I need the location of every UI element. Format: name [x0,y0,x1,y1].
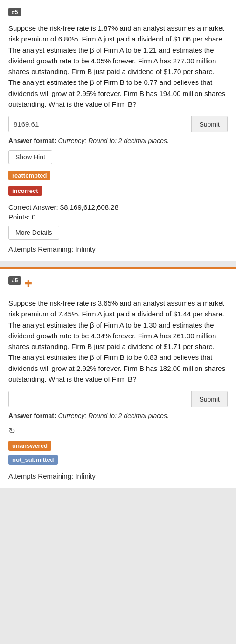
question-number-badge-2: #5 [8,276,21,285]
attempts-text-2: Attempts Remaining: Infinity [8,472,228,480]
submit-button-2[interactable]: Submit [191,391,227,407]
reattempted-badge: reattempted [8,171,50,180]
question-card-2: #5 ✚ Suppose the risk-free rate is 3.65%… [0,269,236,488]
answer-format-1: Answer format: Currency: Round to: 2 dec… [8,137,228,144]
question-text-1: Suppose the risk-free rate is 1.87% and … [8,23,228,110]
refresh-icon[interactable]: ↻ [8,426,228,436]
answer-row-2: Submit [8,391,228,407]
not-submitted-badge: not_submitted [8,455,58,465]
answer-input-2[interactable] [9,391,191,407]
answer-format-label-1: Answer format: [8,137,56,144]
question-text-2: Suppose the risk-free rate is 3.65% and … [8,298,228,384]
attempts-text-1: Attempts Remaining: Infinity [8,245,228,253]
answer-format-label-2: Answer format: [8,412,56,419]
question-card-1: #5 Suppose the risk-free rate is 1.87% a… [0,0,236,261]
answer-row-1: Submit [8,116,228,132]
question-number-badge-1: #5 [8,8,21,16]
show-hint-button-1[interactable]: Show Hint [8,150,52,164]
plus-circle-icon: ✚ [25,279,32,289]
incorrect-badge: incorrect [8,186,42,196]
answer-input-1[interactable] [9,116,191,132]
answer-format-text-2: Currency: Round to: 2 decimal places. [58,412,169,419]
answer-format-2: Answer format: Currency: Round to: 2 dec… [8,412,228,419]
more-details-button[interactable]: More Details [8,226,59,240]
submit-button-1[interactable]: Submit [191,116,227,132]
answer-format-text-1: Currency: Round to: 2 decimal places. [58,137,169,144]
points-text: Points: 0 [8,213,228,221]
unanswered-badge: unanswered [8,441,51,451]
correct-answer-text: Correct Answer: $8,169,612,608.28 [8,203,228,211]
